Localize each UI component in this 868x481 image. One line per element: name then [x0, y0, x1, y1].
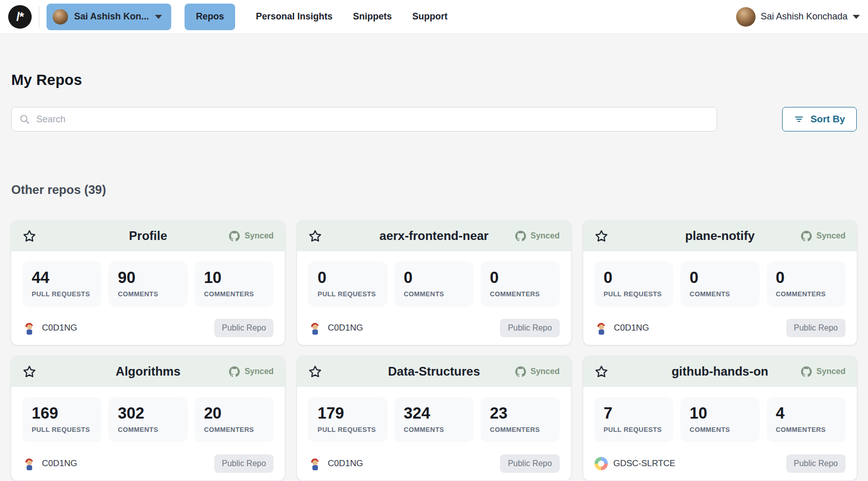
tab-snippets[interactable]: Snippets: [353, 11, 392, 22]
org-name: C0D1NG: [614, 323, 649, 333]
section-title: Other repos (39): [11, 183, 857, 197]
team-avatar: [53, 9, 68, 25]
repo-stats: 44 PULL REQUESTS 90 COMMENTS 10 COMMENTE…: [11, 251, 285, 307]
synced-status: Synced: [229, 231, 273, 242]
stat-label: COMMENTERS: [204, 290, 264, 298]
github-icon: [229, 231, 240, 242]
team-selector-dropdown[interactable]: Sai Ashish Kon...: [47, 4, 171, 30]
chevron-down-icon: [853, 15, 860, 19]
repo-stats: 0 PULL REQUESTS 0 COMMENTS 0 COMMENTERS: [297, 251, 570, 307]
repo-card-footer: C0D1NG Public Repo: [297, 307, 570, 337]
public-repo-badge: Public Repo: [214, 454, 273, 473]
stat-value: 169: [32, 405, 92, 422]
repo-grid: Profile Synced 44 PULL REQUESTS 90 COMME…: [11, 221, 857, 480]
public-repo-badge: Public Repo: [786, 319, 846, 337]
stat-label: COMMENTERS: [490, 290, 550, 298]
chevron-down-icon: [155, 15, 162, 19]
stat-comments: 0 COMMENTS: [395, 261, 473, 307]
star-button[interactable]: [22, 365, 36, 379]
tab-support[interactable]: Support: [412, 11, 447, 22]
repo-card-header: Algorithms Synced: [11, 356, 285, 387]
star-button[interactable]: [308, 365, 322, 379]
repo-card[interactable]: Data-Structures Synced 179 PULL REQUESTS…: [297, 356, 570, 480]
app-logo[interactable]: /*: [8, 5, 32, 29]
stat-value: 10: [204, 269, 264, 287]
page-title: My Repos: [11, 72, 857, 89]
repo-card-footer: GDSC-SLRTCE Public Repo: [583, 442, 857, 473]
repo-title: github-hands-on: [672, 364, 768, 379]
star-button[interactable]: [308, 229, 322, 243]
search-box: [11, 107, 717, 132]
top-nav: /* Sai Ashish Kon... Repos Personal Insi…: [0, 0, 868, 34]
stat-label: PULL REQUESTS: [604, 290, 664, 298]
stat-value: 0: [776, 269, 836, 287]
stat-label: PULL REQUESTS: [604, 426, 664, 433]
repo-card-footer: C0D1NG Public Repo: [11, 442, 285, 473]
stat-value: 0: [404, 269, 464, 287]
stat-label: COMMENTS: [118, 290, 178, 298]
public-repo-badge: Public Repo: [214, 319, 273, 337]
repo-card[interactable]: Profile Synced 44 PULL REQUESTS 90 COMME…: [11, 221, 285, 345]
search-input[interactable]: [36, 114, 710, 125]
stat-comments: 324 COMMENTS: [395, 397, 473, 442]
synced-status: Synced: [801, 231, 846, 242]
stat-commenters: 10 COMMENTERS: [195, 261, 273, 307]
stat-value: 44: [32, 269, 92, 287]
synced-label: Synced: [816, 367, 846, 376]
repo-card-header: Profile Synced: [11, 221, 285, 251]
sort-by-label: Sort By: [810, 114, 845, 125]
stat-label: COMMENTS: [690, 290, 750, 298]
stat-value: 0: [604, 269, 664, 287]
repo-stats: 0 PULL REQUESTS 0 COMMENTS 0 COMMENTERS: [583, 251, 857, 307]
org-logo-coding: [308, 321, 322, 335]
stat-label: COMMENTERS: [204, 426, 264, 433]
user-menu[interactable]: Sai Ashish Konchada: [736, 7, 860, 27]
repo-card-header: aerx-frontend-near Synced: [297, 221, 570, 251]
tab-repos[interactable]: Repos: [185, 4, 235, 30]
stat-label: PULL REQUESTS: [317, 290, 378, 298]
repo-card-footer: C0D1NG Public Repo: [11, 307, 285, 337]
public-repo-badge: Public Repo: [786, 454, 846, 473]
sort-by-button[interactable]: Sort By: [782, 107, 857, 132]
stat-value: 0: [317, 269, 378, 287]
repo-card-header: github-hands-on Synced: [583, 356, 857, 387]
repo-card[interactable]: Algorithms Synced 169 PULL REQUESTS 302 …: [11, 356, 285, 480]
repo-stats: 179 PULL REQUESTS 324 COMMENTS 23 COMMEN…: [297, 387, 570, 442]
stat-value: 10: [690, 405, 750, 422]
stat-label: COMMENTS: [404, 426, 464, 433]
stat-label: COMMENTS: [690, 426, 750, 433]
stat-pull-requests: 169 PULL REQUESTS: [22, 397, 101, 442]
github-icon: [515, 231, 526, 242]
stat-value: 4: [776, 405, 836, 422]
synced-label: Synced: [244, 231, 273, 240]
org-name: GDSC-SLRTCE: [613, 458, 676, 469]
stat-pull-requests: 44 PULL REQUESTS: [22, 261, 101, 307]
org-name: C0D1NG: [328, 458, 363, 469]
tab-personal-insights[interactable]: Personal Insights: [256, 11, 332, 22]
synced-status: Synced: [515, 231, 560, 242]
stat-commenters: 0 COMMENTERS: [481, 261, 559, 307]
repo-card[interactable]: aerx-frontend-near Synced 0 PULL REQUEST…: [297, 221, 570, 345]
repo-card[interactable]: github-hands-on Synced 7 PULL REQUESTS 1…: [583, 356, 857, 480]
org-name: C0D1NG: [42, 458, 77, 469]
synced-status: Synced: [515, 366, 560, 377]
star-button[interactable]: [22, 229, 36, 243]
user-name: Sai Ashish Konchada: [761, 11, 848, 22]
repo-card-header: plane-notify Synced: [583, 221, 857, 251]
stat-label: PULL REQUESTS: [317, 426, 378, 433]
stat-value: 0: [690, 269, 750, 287]
repo-card-footer: C0D1NG Public Repo: [583, 307, 857, 337]
repo-title: plane-notify: [685, 229, 755, 243]
repo-card-header: Data-Structures Synced: [297, 356, 570, 387]
star-button[interactable]: [595, 365, 608, 379]
repo-card[interactable]: plane-notify Synced 0 PULL REQUESTS 0 CO…: [583, 221, 857, 345]
app-logo-text: /*: [16, 10, 24, 24]
org-logo-coding: [22, 457, 36, 471]
star-button[interactable]: [595, 229, 608, 243]
stat-label: COMMENTERS: [776, 290, 836, 298]
stat-commenters: 0 COMMENTERS: [767, 261, 846, 307]
stat-comments: 0 COMMENTS: [680, 261, 759, 307]
nav-divider: [39, 6, 39, 28]
stat-commenters: 23 COMMENTERS: [481, 397, 559, 442]
stat-pull-requests: 7 PULL REQUESTS: [595, 397, 673, 442]
